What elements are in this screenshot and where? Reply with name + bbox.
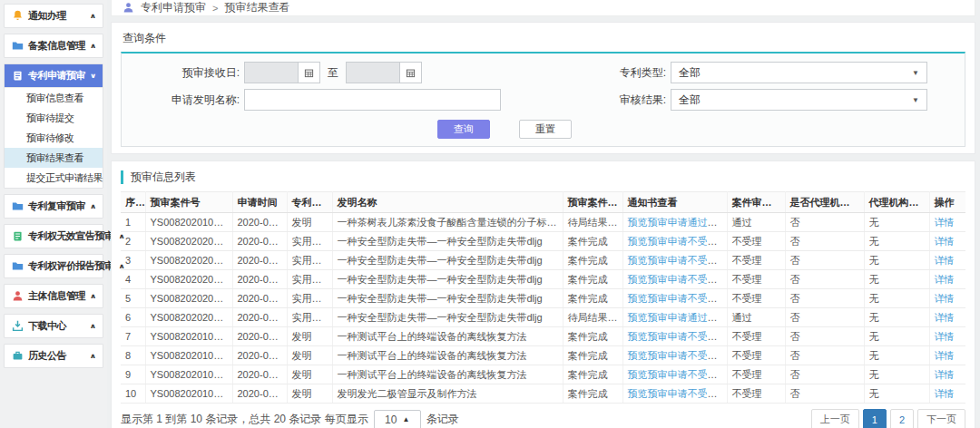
cell-invention-name: 一种测试平台上的终端设备的离线恢复方法 <box>332 365 563 384</box>
chevron-up-icon: ∧ <box>119 263 125 270</box>
field-invention-name: 申请发明名称: <box>122 89 571 111</box>
column-header: 发明名称 <box>332 192 563 213</box>
notice-preview-link[interactable]: 预览预审申请通过通知书 <box>628 312 728 323</box>
sidebar-item-download-center[interactable]: 下载中心 ∧ <box>5 315 103 337</box>
page-size-select[interactable]: 10 ▲ <box>374 410 421 428</box>
result-list-panel: 预审信息列表 序号预审案件号申请时间专利类型发明名称预审案件状态通知书查看案件审… <box>111 160 975 428</box>
cell-seq: 1 <box>121 213 145 232</box>
cell-notice-link: 预览预审申请不受理通知书 <box>622 270 727 289</box>
calendar-icon[interactable] <box>399 63 421 83</box>
notice-preview-link[interactable]: 预览预审申请不受理通知书 <box>628 293 728 304</box>
detail-link[interactable]: 详情 <box>935 236 955 247</box>
column-header: 是否代理机构提交 <box>785 192 864 213</box>
detail-link[interactable]: 详情 <box>935 388 955 399</box>
receive-date-from-input[interactable] <box>245 63 298 83</box>
notice-preview-link[interactable]: 预览预审申请不受理通知书 <box>628 236 728 247</box>
prev-page-button[interactable]: 上一页 <box>811 409 859 428</box>
invention-name-label: 申请发明名称: <box>122 92 240 108</box>
detail-link[interactable]: 详情 <box>935 369 955 380</box>
cell-agency-submitted: 否 <box>785 289 864 308</box>
cell-approval-result: 不受理 <box>727 327 785 346</box>
cell-agency-submitted: 否 <box>785 384 864 404</box>
chevron-up-icon: ∧ <box>90 323 96 330</box>
sidebar-item-patent-application-prereview[interactable]: 专利申请预审 ∨ <box>5 64 103 87</box>
cell-notice-link: 预览预审申请不受理通知书 <box>622 251 727 270</box>
cell-action: 详情 <box>929 308 965 327</box>
search-button[interactable]: 查询 <box>437 120 490 139</box>
notice-preview-link[interactable]: 预览预审申请通过通知书 <box>628 217 728 228</box>
detail-link[interactable]: 详情 <box>935 350 955 361</box>
detail-link[interactable]: 详情 <box>935 331 955 342</box>
field-review-result: 审核结果: 全部 ▼ <box>571 89 927 111</box>
sidebar-submenu: 预审信息查看 预审待提交 预审待修改 预审结果查看 提交正式申请结果 <box>5 87 103 188</box>
breadcrumb-separator: > <box>212 3 218 14</box>
detail-link[interactable]: 详情 <box>935 217 955 228</box>
person-icon <box>12 290 24 302</box>
date-to-label: 至 <box>328 65 338 81</box>
breadcrumb-item-parent[interactable]: 专利申请预审 <box>141 0 206 15</box>
sidebar-item-record-info[interactable]: 备案信息管理 ∧ <box>5 34 103 57</box>
sidebar-item-history-announcements[interactable]: 历史公告 ∧ <box>5 345 103 367</box>
patent-type-label: 专利类型: <box>571 65 666 81</box>
review-result-select[interactable]: 全部 ▼ <box>671 89 927 111</box>
page-button-1[interactable]: 1 <box>863 409 887 428</box>
sidebar-item-evaluation-report-prereview[interactable]: 专利权评价报告预审 ∧ <box>5 255 103 277</box>
folder-icon <box>12 40 24 52</box>
cell-invention-name: 一种安全型防走失带—一种安全型防走失带dljg <box>332 308 563 327</box>
column-header: 通知书查看 <box>622 192 727 213</box>
calendar-icon[interactable] <box>298 63 319 83</box>
cell-seq: 6 <box>121 308 145 327</box>
invention-name-input[interactable] <box>244 89 501 111</box>
patent-type-select[interactable]: 全部 ▼ <box>671 62 927 83</box>
cell-action: 详情 <box>929 232 965 251</box>
form-row-2: 申请发明名称: 审核结果: 全部 ▼ <box>122 86 965 113</box>
detail-link[interactable]: 详情 <box>935 274 955 285</box>
column-header: 预审案件状态 <box>563 192 622 213</box>
sidebar-item-patent-reexam-prereview[interactable]: 专利复审预审 ∧ <box>5 195 103 218</box>
reset-button[interactable]: 重置 <box>519 120 572 139</box>
cell-approval-result: 不受理 <box>727 232 785 251</box>
cell-agency-submitted: 否 <box>785 308 864 327</box>
table-row: 4YS008202020000372020-04-30实用新型一种安全型防走失带… <box>121 270 965 289</box>
cell-agency-submitted: 否 <box>785 365 864 384</box>
receive-date-from-wrap <box>244 62 320 83</box>
sidebar-item-notice-handling[interactable]: 通知办理 ∧ <box>5 5 103 27</box>
notice-preview-link[interactable]: 预览预审申请不受理通知书 <box>628 369 728 380</box>
records-summary: 显示第 1 到第 10 条记录，总共 20 条记录 每页显示 10 ▲ 条记录 <box>121 410 459 428</box>
notice-preview-link[interactable]: 预览预审申请不受理通知书 <box>628 255 728 266</box>
query-panel: 查询条件 预审接收日: 至 <box>111 22 975 154</box>
cell-agency-submitted: 否 <box>785 270 864 289</box>
table-row: 7YS008202010000312020-04-23发明一种测试平台上的终端设… <box>121 327 965 346</box>
sidebar-item-prereview-to-modify[interactable]: 预审待修改 <box>5 128 103 148</box>
detail-link[interactable]: 详情 <box>935 255 955 266</box>
cell-agency-name: 无 <box>864 327 929 346</box>
cell-invention-name: 一种安全型防走失带—一种安全型防走失带dljg <box>332 251 563 270</box>
detail-link[interactable]: 详情 <box>935 293 955 304</box>
list-footer: 显示第 1 到第 10 条记录，总共 20 条记录 每页显示 10 ▲ 条记录 … <box>121 409 965 428</box>
sidebar-item-prereview-result-view[interactable]: 预审结果查看 <box>5 148 103 168</box>
cell-case-no: YS00820202000040 <box>145 251 232 270</box>
cell-case-no: YS00820201000029 <box>145 365 232 384</box>
notice-preview-link[interactable]: 预览预审申请不受理通知书 <box>628 274 728 285</box>
table-body: 1YS008202010000492020-05-11发明一种茶树表儿茶素没食子… <box>121 213 965 404</box>
sidebar-item-label: 主体信息管理 <box>28 289 85 303</box>
sidebar-item-submit-formal-application-result[interactable]: 提交正式申请结果 <box>5 168 103 188</box>
detail-link[interactable]: 详情 <box>935 312 955 323</box>
cell-notice-link: 预览预审申请通过通知书 <box>622 308 727 327</box>
next-page-button[interactable]: 下一页 <box>917 409 965 428</box>
result-table: 序号预审案件号申请时间专利类型发明名称预审案件状态通知书查看案件审批结果是否代理… <box>121 191 965 404</box>
notice-preview-link[interactable]: 预览预审申请不受理通知书 <box>628 331 728 342</box>
receive-date-to-input[interactable] <box>347 63 399 83</box>
sidebar-item-subject-info-management[interactable]: 主体信息管理 ∧ <box>5 285 103 307</box>
cell-patent-type: 实用新型 <box>287 251 332 270</box>
notice-preview-link[interactable]: 预览预审申请不受理通知书 <box>628 388 728 399</box>
column-header: 专利类型 <box>287 192 332 213</box>
cell-apply-date: 2020-04-23 <box>232 384 287 404</box>
notice-preview-link[interactable]: 预览预审申请不受理通知书 <box>628 350 728 361</box>
breadcrumb-item-current: 预审结果查看 <box>224 0 289 15</box>
sidebar-item-prereview-info-view[interactable]: 预审信息查看 <box>5 88 103 108</box>
sidebar-item-invalidation-prereview[interactable]: 专利权无效宣告预审 ∧ <box>5 225 103 248</box>
sidebar-item-prereview-to-submit[interactable]: 预审待提交 <box>5 108 103 128</box>
cell-approval-result: 不受理 <box>727 270 785 289</box>
page-button-2[interactable]: 2 <box>890 409 914 428</box>
